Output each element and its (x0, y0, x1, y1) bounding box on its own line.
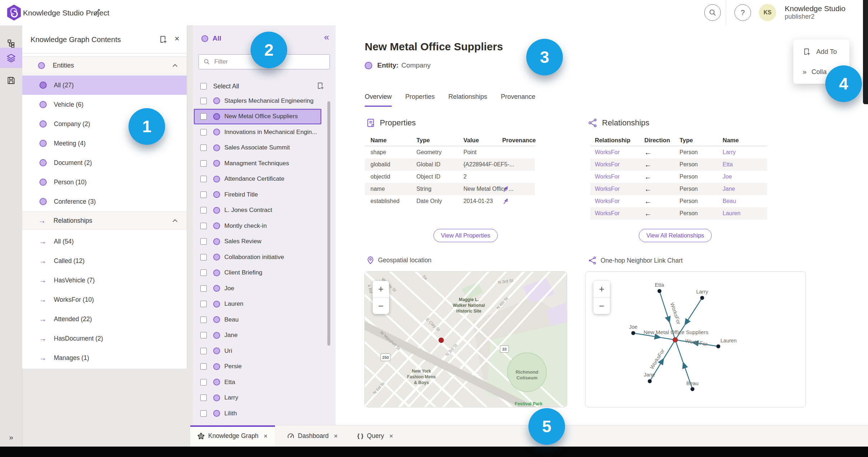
node-joe[interactable] (631, 331, 635, 335)
relationship-row[interactable]: WorksFor ← Person Lauren (591, 207, 767, 220)
tab-properties[interactable]: Properties (405, 93, 435, 107)
relationship-type-row[interactable]: → HasVehicle (7) (22, 271, 187, 290)
item-checkbox[interactable] (200, 379, 207, 386)
related-name-link[interactable]: Etta (723, 161, 771, 168)
node-jane[interactable] (648, 379, 652, 383)
relationship-type-row[interactable]: → Called (12) (22, 251, 187, 271)
tab-query[interactable]: { } Query ✕ (350, 425, 400, 447)
list-item[interactable]: Larry (194, 390, 321, 406)
tab-relationships[interactable]: Relationships (448, 93, 487, 107)
related-name-link[interactable]: Lauren (723, 210, 771, 217)
list-item[interactable]: Attendance Certificate (194, 171, 321, 187)
item-checkbox[interactable] (200, 363, 207, 370)
help-button[interactable]: ? (734, 4, 751, 21)
zoom-in-button[interactable]: + (373, 281, 389, 298)
list-item[interactable]: L. Jones Contract (194, 203, 321, 218)
item-checkbox[interactable] (200, 410, 207, 417)
item-checkbox[interactable] (200, 238, 207, 245)
list-item[interactable]: Lauren (194, 296, 321, 312)
list-item[interactable]: Lilith (194, 406, 321, 421)
rail-expand-button[interactable]: » (0, 430, 22, 444)
related-name-link[interactable]: Jane (723, 186, 771, 192)
property-row[interactable]: established Date Only 2014-01-23 (365, 195, 535, 207)
list-item[interactable]: Managment Techniques (194, 156, 321, 171)
related-name-link[interactable]: Larry (723, 149, 771, 156)
list-item[interactable]: Staplers Mechanical Engineering (194, 93, 321, 109)
relationship-type-row[interactable]: → WorksFor (10) (22, 290, 187, 309)
map-canvas[interactable]: k Rd Sa W Clay St N 3rd St N 4th St Magg… (365, 272, 567, 407)
item-checkbox[interactable] (200, 144, 207, 151)
account-info[interactable]: Knowledge Studio publisher2 (785, 4, 845, 20)
zoom-out-button[interactable]: − (593, 298, 610, 314)
item-checkbox[interactable] (200, 348, 207, 354)
rail-item-contents[interactable] (0, 48, 22, 68)
entity-type-row[interactable]: Document (2) (22, 153, 187, 172)
relationship-link[interactable]: WorksFor (595, 210, 644, 217)
related-name-link[interactable]: Beau (723, 198, 771, 204)
list-item[interactable]: Sales Associate Summit (194, 140, 321, 156)
property-row[interactable]: name String New Metal Office ... (365, 183, 535, 195)
property-row[interactable]: globalid Global ID {A228944F-0EF5-... (365, 158, 535, 171)
list-item[interactable]: Beau (194, 312, 321, 328)
chevron-up-icon[interactable] (172, 219, 178, 222)
tab-overview[interactable]: Overview (365, 93, 392, 107)
relationship-row[interactable]: WorksFor ← Person Larry (591, 146, 767, 158)
entities-section-header[interactable]: Entities (22, 56, 187, 74)
item-checkbox[interactable] (200, 98, 207, 104)
edit-title-icon[interactable] (93, 9, 101, 17)
relationship-row[interactable]: WorksFor ← Person Joe (591, 171, 767, 183)
node-lauren[interactable] (717, 345, 720, 348)
node-center[interactable] (673, 338, 678, 342)
list-item[interactable]: Client Briefing (194, 265, 321, 281)
item-checkbox[interactable] (200, 113, 207, 120)
relationship-link[interactable]: WorksFor (595, 161, 644, 168)
relationship-link[interactable]: WorksFor (595, 174, 644, 180)
relationship-type-row[interactable]: → All (54) (22, 232, 187, 251)
item-checkbox[interactable] (200, 254, 207, 260)
related-name-link[interactable]: Joe (723, 174, 771, 180)
item-checkbox[interactable] (200, 285, 207, 292)
zoom-out-button[interactable]: − (373, 298, 389, 314)
avatar[interactable]: KS (759, 4, 776, 21)
search-button[interactable] (704, 4, 721, 21)
add-item-button[interactable] (159, 35, 168, 44)
relationship-row[interactable]: WorksFor ← Person Jane (591, 183, 767, 195)
property-row[interactable]: shape Geometry Point (365, 146, 535, 158)
link-chart-canvas[interactable]: Etta Larry Joe Lauren Jane Beau New Meta… (585, 272, 806, 407)
node-beau[interactable] (691, 387, 695, 391)
tab-knowledge-graph[interactable]: Knowledge Graph ✕ (190, 425, 275, 447)
tab-provenance[interactable]: Provenance (501, 93, 535, 107)
provenance-flag-icon[interactable] (502, 198, 541, 205)
knowledge-studio-logo-icon[interactable] (6, 4, 22, 21)
link-chart[interactable]: + − (585, 271, 806, 407)
relationship-row[interactable]: WorksFor ← Person Etta (591, 158, 767, 171)
node-etta[interactable] (658, 289, 662, 293)
relationship-type-row[interactable]: → Attended (22) (22, 309, 187, 329)
item-checkbox[interactable] (200, 207, 207, 213)
item-checkbox[interactable] (200, 269, 207, 276)
list-item[interactable]: Persie (194, 359, 321, 375)
property-row[interactable]: objectid Object ID 2 (365, 171, 535, 183)
entity-type-row[interactable]: Vehicle (6) (22, 95, 187, 114)
chevron-up-icon[interactable] (172, 64, 178, 67)
relationship-type-row[interactable]: → Manages (1) (22, 348, 187, 368)
entity-type-row[interactable]: Person (10) (22, 172, 187, 192)
close-tab-icon[interactable]: ✕ (389, 433, 393, 439)
list-item[interactable]: Collaboration initiative (194, 249, 321, 265)
provenance-flag-icon[interactable] (502, 185, 541, 193)
close-tab-icon[interactable]: ✕ (333, 433, 338, 439)
zoom-in-button[interactable]: + (593, 281, 610, 298)
list-item[interactable]: Etta (194, 374, 321, 390)
list-item[interactable]: Jane (194, 328, 321, 343)
relationship-link[interactable]: WorksFor (595, 198, 644, 204)
geospatial-map[interactable]: + − (364, 271, 567, 407)
relationship-type-row[interactable]: → HasDocument (2) (22, 329, 187, 348)
node-larry[interactable] (700, 296, 704, 300)
add-selection-button[interactable] (316, 82, 325, 90)
item-checkbox[interactable] (200, 129, 207, 135)
list-scrollbar[interactable] (327, 101, 330, 346)
view-all-properties-button[interactable]: View All Properties (433, 229, 498, 242)
item-checkbox[interactable] (200, 332, 207, 338)
item-checkbox[interactable] (200, 176, 207, 182)
item-checkbox[interactable] (200, 160, 207, 167)
